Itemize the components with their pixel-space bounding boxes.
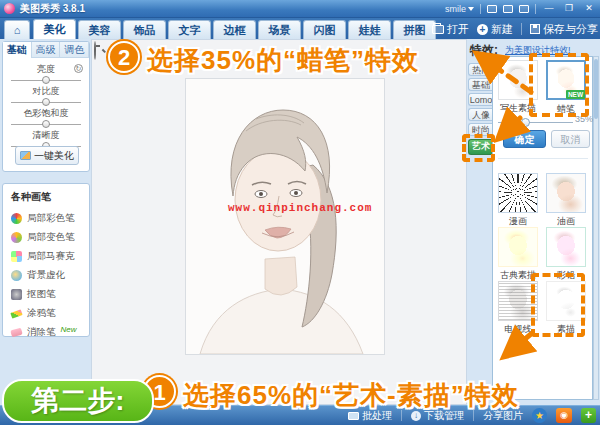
feedback-icon[interactable] [503, 5, 513, 13]
portrait-sketch [186, 79, 384, 354]
titlebar: 美图秀秀 3.8.1 smile — ❐ ✕ [0, 0, 600, 18]
slider-handle[interactable] [521, 118, 530, 127]
mosaic-icon [11, 251, 22, 262]
slider-handle[interactable] [42, 98, 50, 106]
slider-handle[interactable] [42, 120, 50, 128]
brightness-slider[interactable] [11, 76, 81, 85]
brush-eraser[interactable]: 消除笔New [11, 323, 89, 342]
new-label: 新建 [491, 22, 513, 37]
maximize-button[interactable]: ❐ [562, 3, 576, 15]
tab-doll[interactable]: 娃娃 [348, 20, 391, 39]
eraser-icon [10, 328, 22, 338]
saturation-slider[interactable] [11, 120, 81, 129]
divider [521, 23, 522, 35]
divider [535, 4, 536, 14]
magic-icon [20, 151, 31, 160]
tab-flash[interactable]: 闪图 [303, 20, 346, 39]
slider-label-clarity: 清晰度 [3, 129, 89, 142]
art-category-highlight-box [462, 134, 495, 162]
doodle-pen-icon [10, 309, 22, 318]
recolor-pen-icon [11, 232, 22, 243]
tab-scene[interactable]: 场景 [258, 20, 301, 39]
slider-label-saturation: 色彩饱和度 [3, 107, 89, 120]
photo-preview [185, 78, 385, 355]
color-pen-icon [11, 213, 22, 224]
plus-icon: + [477, 24, 488, 35]
step2-number-badge: 2 [108, 41, 140, 73]
sketch-highlight-box [531, 273, 585, 337]
category-basic[interactable]: 基础 [468, 78, 493, 91]
brush-doodle[interactable]: 涂鸦笔 [11, 304, 89, 323]
skin-icon[interactable] [519, 5, 529, 13]
slider-handle[interactable] [42, 76, 50, 84]
save-label: 保存与分享 [543, 22, 598, 37]
ok-button[interactable]: 确定 [503, 130, 546, 148]
effect-thumb-color-pencil[interactable] [546, 227, 586, 267]
tab-beauty[interactable]: 美容 [78, 20, 121, 39]
tab-text[interactable]: 文字 [168, 20, 211, 39]
category-hot[interactable]: 热门 [468, 63, 493, 76]
tab-advanced[interactable]: 高级 [32, 42, 61, 58]
step1-annotation: 选择65%的“艺术-素描”特效 [183, 378, 519, 413]
divider [498, 158, 588, 159]
step2-annotation: 选择35%的“蜡笔”特效 [147, 43, 419, 78]
effect-thumb-classic-sketch[interactable] [498, 227, 538, 267]
step-label: 第二步: [2, 379, 154, 423]
open-button[interactable]: 打开 [432, 22, 469, 37]
minimize-button[interactable]: — [542, 3, 556, 15]
brush-recolor[interactable]: 局部变色笔 [11, 228, 89, 247]
weibo-icon[interactable]: ◉ [556, 408, 572, 423]
brush-bg-blur[interactable]: 背景虚化 [11, 266, 89, 285]
qzone-icon[interactable]: ★ [532, 408, 547, 423]
tab-accessory[interactable]: 饰品 [123, 20, 166, 39]
divider [480, 4, 481, 14]
reset-icon[interactable]: ↻ [74, 64, 83, 73]
chevron-down-icon [468, 7, 474, 11]
effect-thumb-comic[interactable] [498, 173, 538, 213]
adjust-panel: 基础 高级 调色 ↻ 亮度 对比度 色彩饱和度 清晰度 一键美化 [2, 41, 90, 172]
save-icon [530, 24, 540, 34]
tab-color[interactable]: 调色 [60, 42, 89, 58]
one-key-beautify-button[interactable]: 一键美化 [15, 146, 79, 165]
slider-label-contrast: 对比度 [3, 85, 89, 98]
effect-strength-slider[interactable] [498, 117, 573, 127]
category-lomo[interactable]: Lomo [468, 93, 493, 106]
brush-panel-title: 各种画笔 [11, 190, 89, 204]
add-share-icon[interactable]: + [581, 408, 596, 423]
tab-beautify[interactable]: 美化 [33, 19, 76, 39]
username-label: smile [445, 4, 466, 14]
brush-panel: 各种画笔 局部彩色笔 局部变色笔 局部马赛克 背景虚化 抠图笔 涂鸦笔 消除笔N… [2, 183, 90, 337]
tab-collage[interactable]: 拼图 [393, 20, 436, 39]
news-icon[interactable] [487, 5, 497, 13]
blur-icon [11, 270, 22, 281]
folder-icon [432, 25, 444, 34]
app-logo-icon [4, 3, 15, 14]
new-button[interactable]: + 新建 [477, 22, 513, 37]
brush-cutout[interactable]: 抠图笔 [11, 285, 89, 304]
user-menu[interactable]: smile [445, 4, 474, 14]
open-label: 打开 [447, 22, 469, 37]
close-button[interactable]: ✕ [582, 3, 596, 15]
zoom-out-icon[interactable] [94, 42, 106, 54]
cutout-pen-icon [11, 289, 22, 300]
beautify-label: 一键美化 [34, 149, 74, 163]
new-badge: New [61, 325, 77, 334]
home-icon: ⌂ [14, 24, 21, 36]
tab-home[interactable]: ⌂ [4, 20, 30, 39]
category-portrait[interactable]: 人像 [468, 108, 493, 121]
tab-basic[interactable]: 基础 [3, 42, 32, 58]
brush-local-color[interactable]: 局部彩色笔 [11, 209, 89, 228]
effect-thumb-oil[interactable] [546, 173, 586, 213]
effects-scrollbar[interactable] [593, 56, 599, 400]
tab-frame[interactable]: 边框 [213, 20, 256, 39]
contrast-slider[interactable] [11, 98, 81, 107]
watermark: www.qinpinchang.com [228, 202, 373, 214]
cancel-button[interactable]: 取消 [551, 130, 590, 148]
save-share-button[interactable]: 保存与分享 [530, 22, 598, 37]
app-title: 美图秀秀 3.8.1 [20, 2, 85, 16]
crayon-highlight-box [529, 53, 589, 117]
brush-mosaic[interactable]: 局部马赛克 [11, 247, 89, 266]
main-tabbar: ⌂ 美化 美容 饰品 文字 边框 场景 闪图 娃娃 拼图 打开 + 新建 保存与… [0, 18, 600, 39]
